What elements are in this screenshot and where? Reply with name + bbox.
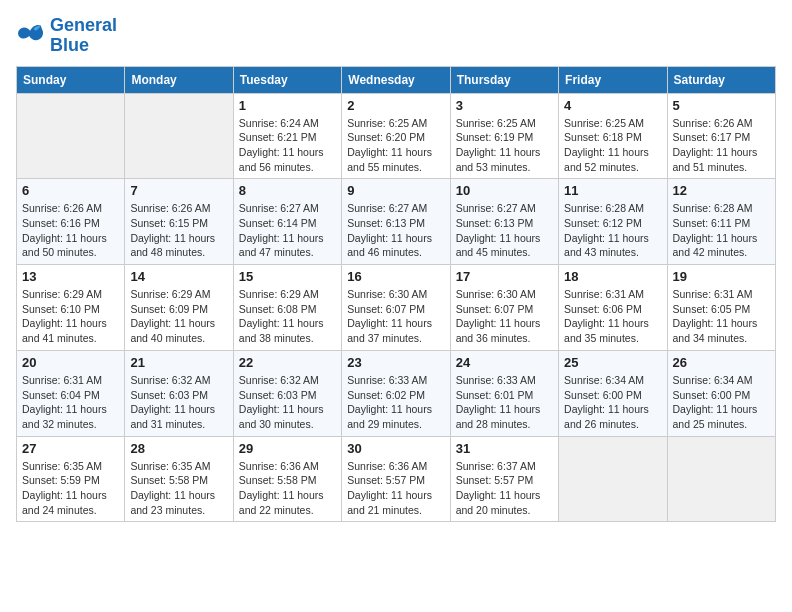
- day-info: Sunrise: 6:28 AM Sunset: 6:12 PM Dayligh…: [564, 201, 661, 260]
- day-info: Sunrise: 6:35 AM Sunset: 5:58 PM Dayligh…: [130, 459, 227, 518]
- day-number: 9: [347, 183, 444, 198]
- calendar-cell: 17 Sunrise: 6:30 AM Sunset: 6:07 PM Dayl…: [450, 265, 558, 351]
- calendar-cell: 4 Sunrise: 6:25 AM Sunset: 6:18 PM Dayli…: [559, 93, 667, 179]
- calendar-cell: 20 Sunrise: 6:31 AM Sunset: 6:04 PM Dayl…: [17, 350, 125, 436]
- day-info: Sunrise: 6:26 AM Sunset: 6:17 PM Dayligh…: [673, 116, 770, 175]
- calendar-cell: [559, 436, 667, 522]
- weekday-header-sunday: Sunday: [17, 66, 125, 93]
- calendar-cell: 23 Sunrise: 6:33 AM Sunset: 6:02 PM Dayl…: [342, 350, 450, 436]
- calendar-cell: 16 Sunrise: 6:30 AM Sunset: 6:07 PM Dayl…: [342, 265, 450, 351]
- day-number: 22: [239, 355, 336, 370]
- weekday-header-friday: Friday: [559, 66, 667, 93]
- day-number: 3: [456, 98, 553, 113]
- day-number: 26: [673, 355, 770, 370]
- calendar-cell: 6 Sunrise: 6:26 AM Sunset: 6:16 PM Dayli…: [17, 179, 125, 265]
- day-info: Sunrise: 6:25 AM Sunset: 6:18 PM Dayligh…: [564, 116, 661, 175]
- calendar-cell: 28 Sunrise: 6:35 AM Sunset: 5:58 PM Dayl…: [125, 436, 233, 522]
- day-number: 25: [564, 355, 661, 370]
- week-row-4: 20 Sunrise: 6:31 AM Sunset: 6:04 PM Dayl…: [17, 350, 776, 436]
- weekday-header-tuesday: Tuesday: [233, 66, 341, 93]
- day-info: Sunrise: 6:35 AM Sunset: 5:59 PM Dayligh…: [22, 459, 119, 518]
- day-number: 20: [22, 355, 119, 370]
- logo-text2: Blue: [50, 36, 117, 56]
- day-info: Sunrise: 6:29 AM Sunset: 6:09 PM Dayligh…: [130, 287, 227, 346]
- day-info: Sunrise: 6:36 AM Sunset: 5:58 PM Dayligh…: [239, 459, 336, 518]
- day-number: 23: [347, 355, 444, 370]
- calendar-cell: 21 Sunrise: 6:32 AM Sunset: 6:03 PM Dayl…: [125, 350, 233, 436]
- calendar-cell: 29 Sunrise: 6:36 AM Sunset: 5:58 PM Dayl…: [233, 436, 341, 522]
- logo: General Blue: [16, 16, 117, 56]
- day-number: 17: [456, 269, 553, 284]
- calendar-cell: 11 Sunrise: 6:28 AM Sunset: 6:12 PM Dayl…: [559, 179, 667, 265]
- day-info: Sunrise: 6:36 AM Sunset: 5:57 PM Dayligh…: [347, 459, 444, 518]
- calendar-table: SundayMondayTuesdayWednesdayThursdayFrid…: [16, 66, 776, 523]
- day-number: 19: [673, 269, 770, 284]
- day-number: 29: [239, 441, 336, 456]
- calendar-cell: 13 Sunrise: 6:29 AM Sunset: 6:10 PM Dayl…: [17, 265, 125, 351]
- day-info: Sunrise: 6:31 AM Sunset: 6:04 PM Dayligh…: [22, 373, 119, 432]
- day-number: 18: [564, 269, 661, 284]
- calendar-cell: 14 Sunrise: 6:29 AM Sunset: 6:09 PM Dayl…: [125, 265, 233, 351]
- day-number: 24: [456, 355, 553, 370]
- calendar-cell: 26 Sunrise: 6:34 AM Sunset: 6:00 PM Dayl…: [667, 350, 775, 436]
- day-info: Sunrise: 6:37 AM Sunset: 5:57 PM Dayligh…: [456, 459, 553, 518]
- day-info: Sunrise: 6:30 AM Sunset: 6:07 PM Dayligh…: [456, 287, 553, 346]
- day-number: 6: [22, 183, 119, 198]
- day-info: Sunrise: 6:26 AM Sunset: 6:16 PM Dayligh…: [22, 201, 119, 260]
- day-number: 27: [22, 441, 119, 456]
- calendar-cell: 19 Sunrise: 6:31 AM Sunset: 6:05 PM Dayl…: [667, 265, 775, 351]
- calendar-cell: [125, 93, 233, 179]
- day-number: 12: [673, 183, 770, 198]
- day-info: Sunrise: 6:31 AM Sunset: 6:05 PM Dayligh…: [673, 287, 770, 346]
- day-number: 10: [456, 183, 553, 198]
- day-info: Sunrise: 6:30 AM Sunset: 6:07 PM Dayligh…: [347, 287, 444, 346]
- day-number: 4: [564, 98, 661, 113]
- weekday-header-thursday: Thursday: [450, 66, 558, 93]
- calendar-cell: 30 Sunrise: 6:36 AM Sunset: 5:57 PM Dayl…: [342, 436, 450, 522]
- day-info: Sunrise: 6:25 AM Sunset: 6:19 PM Dayligh…: [456, 116, 553, 175]
- weekday-header-monday: Monday: [125, 66, 233, 93]
- week-row-3: 13 Sunrise: 6:29 AM Sunset: 6:10 PM Dayl…: [17, 265, 776, 351]
- day-info: Sunrise: 6:27 AM Sunset: 6:14 PM Dayligh…: [239, 201, 336, 260]
- day-number: 15: [239, 269, 336, 284]
- calendar-cell: 31 Sunrise: 6:37 AM Sunset: 5:57 PM Dayl…: [450, 436, 558, 522]
- day-number: 16: [347, 269, 444, 284]
- weekday-header-row: SundayMondayTuesdayWednesdayThursdayFrid…: [17, 66, 776, 93]
- day-info: Sunrise: 6:29 AM Sunset: 6:08 PM Dayligh…: [239, 287, 336, 346]
- calendar-cell: 7 Sunrise: 6:26 AM Sunset: 6:15 PM Dayli…: [125, 179, 233, 265]
- day-number: 1: [239, 98, 336, 113]
- weekday-header-wednesday: Wednesday: [342, 66, 450, 93]
- calendar-cell: 27 Sunrise: 6:35 AM Sunset: 5:59 PM Dayl…: [17, 436, 125, 522]
- day-number: 21: [130, 355, 227, 370]
- day-info: Sunrise: 6:32 AM Sunset: 6:03 PM Dayligh…: [130, 373, 227, 432]
- calendar-cell: 9 Sunrise: 6:27 AM Sunset: 6:13 PM Dayli…: [342, 179, 450, 265]
- day-info: Sunrise: 6:27 AM Sunset: 6:13 PM Dayligh…: [347, 201, 444, 260]
- logo-text: General: [50, 16, 117, 36]
- day-info: Sunrise: 6:25 AM Sunset: 6:20 PM Dayligh…: [347, 116, 444, 175]
- calendar-cell: 10 Sunrise: 6:27 AM Sunset: 6:13 PM Dayl…: [450, 179, 558, 265]
- calendar-cell: 12 Sunrise: 6:28 AM Sunset: 6:11 PM Dayl…: [667, 179, 775, 265]
- day-number: 7: [130, 183, 227, 198]
- calendar-cell: 3 Sunrise: 6:25 AM Sunset: 6:19 PM Dayli…: [450, 93, 558, 179]
- day-number: 8: [239, 183, 336, 198]
- week-row-1: 1 Sunrise: 6:24 AM Sunset: 6:21 PM Dayli…: [17, 93, 776, 179]
- day-info: Sunrise: 6:33 AM Sunset: 6:02 PM Dayligh…: [347, 373, 444, 432]
- calendar-cell: 25 Sunrise: 6:34 AM Sunset: 6:00 PM Dayl…: [559, 350, 667, 436]
- calendar-cell: 1 Sunrise: 6:24 AM Sunset: 6:21 PM Dayli…: [233, 93, 341, 179]
- day-info: Sunrise: 6:33 AM Sunset: 6:01 PM Dayligh…: [456, 373, 553, 432]
- day-info: Sunrise: 6:29 AM Sunset: 6:10 PM Dayligh…: [22, 287, 119, 346]
- day-number: 11: [564, 183, 661, 198]
- weekday-header-saturday: Saturday: [667, 66, 775, 93]
- day-info: Sunrise: 6:24 AM Sunset: 6:21 PM Dayligh…: [239, 116, 336, 175]
- day-number: 5: [673, 98, 770, 113]
- calendar-cell: [667, 436, 775, 522]
- calendar-cell: 22 Sunrise: 6:32 AM Sunset: 6:03 PM Dayl…: [233, 350, 341, 436]
- week-row-5: 27 Sunrise: 6:35 AM Sunset: 5:59 PM Dayl…: [17, 436, 776, 522]
- day-number: 30: [347, 441, 444, 456]
- page-header: General Blue: [16, 16, 776, 56]
- day-number: 28: [130, 441, 227, 456]
- calendar-cell: 18 Sunrise: 6:31 AM Sunset: 6:06 PM Dayl…: [559, 265, 667, 351]
- calendar-cell: 8 Sunrise: 6:27 AM Sunset: 6:14 PM Dayli…: [233, 179, 341, 265]
- day-number: 14: [130, 269, 227, 284]
- day-info: Sunrise: 6:26 AM Sunset: 6:15 PM Dayligh…: [130, 201, 227, 260]
